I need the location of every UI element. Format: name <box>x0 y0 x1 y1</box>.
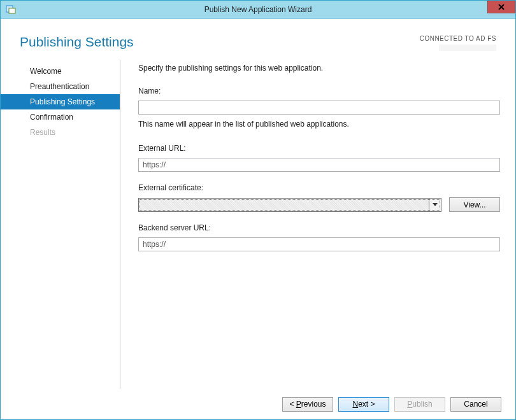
view-cert-button[interactable]: View... <box>449 197 500 212</box>
connection-status: CONNECTED TO AD FS <box>420 34 496 53</box>
step-welcome[interactable]: Welcome <box>1 64 120 79</box>
cancel-button[interactable]: Cancel <box>450 397 501 412</box>
window-title: Publish New Application Wizard <box>1 5 515 14</box>
step-preauthentication[interactable]: Preauthentication <box>1 79 120 94</box>
external-url-input[interactable] <box>138 158 500 172</box>
close-icon <box>498 4 505 10</box>
connection-server-redacted <box>439 45 496 51</box>
form-panel: Specify the publishing settings for this… <box>120 60 503 389</box>
body-split: Welcome Preauthentication Publishing Set… <box>1 60 515 389</box>
titlebar: Publish New Application Wizard <box>1 1 515 19</box>
external-cert-label: External certificate: <box>138 183 500 192</box>
step-confirmation[interactable]: Confirmation <box>1 109 120 125</box>
step-results: Results <box>1 125 120 140</box>
external-cert-dropdown[interactable] <box>138 198 441 212</box>
close-button[interactable] <box>487 1 515 13</box>
header-area: Publishing Settings CONNECTED TO AD FS <box>1 19 515 60</box>
publish-button: Publish <box>394 397 445 412</box>
name-label: Name: <box>138 87 500 95</box>
wizard-footer: < Previous Next > Publish Cancel <box>1 389 515 419</box>
previous-button[interactable]: < Previous <box>282 397 333 412</box>
wizard-window: Publish New Application Wizard Publishin… <box>0 0 516 420</box>
svg-marker-4 <box>433 203 438 206</box>
instruction-text: Specify the publishing settings for this… <box>138 64 500 73</box>
wizard-steps-sidebar: Welcome Preauthentication Publishing Set… <box>1 60 120 389</box>
external-cert-value <box>139 199 429 211</box>
backend-url-label: Backend server URL: <box>138 223 500 232</box>
name-input[interactable] <box>138 101 500 115</box>
backend-url-input[interactable] <box>138 237 500 251</box>
chevron-down-icon <box>429 199 441 211</box>
content-area: Publishing Settings CONNECTED TO AD FS W… <box>1 19 515 419</box>
page-heading: Publishing Settings <box>20 34 134 50</box>
app-icon <box>6 4 16 15</box>
svg-rect-1 <box>9 8 15 13</box>
connection-label: CONNECTED TO AD FS <box>420 35 496 42</box>
step-publishing-settings[interactable]: Publishing Settings <box>1 94 120 109</box>
external-url-label: External URL: <box>138 144 500 153</box>
next-button[interactable]: Next > <box>338 397 389 412</box>
name-hint: This name will appear in the list of pub… <box>138 120 500 129</box>
